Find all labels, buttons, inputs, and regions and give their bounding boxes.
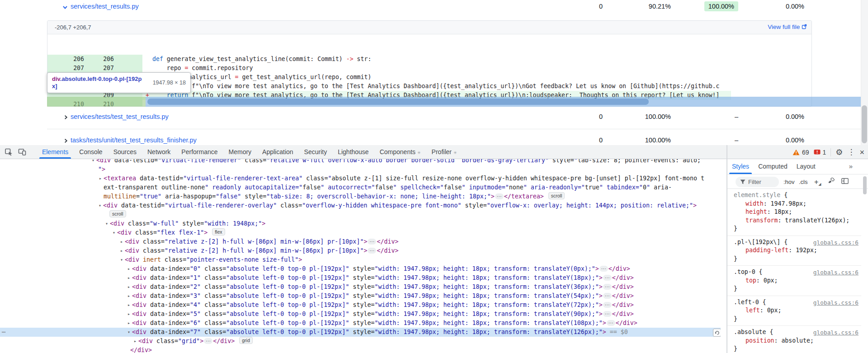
collapse-arrow-icon[interactable]: ▾ bbox=[119, 255, 124, 264]
tree-node[interactable]: ▸<div data-index="4" class="absolute lef… bbox=[0, 301, 721, 310]
settings-gear-icon[interactable]: ⚙ bbox=[835, 148, 843, 156]
tree-node[interactable]: ▾<div class="flex flex-1"> flex bbox=[0, 228, 721, 237]
collapsed-children-ellipsis[interactable]: ⋯ bbox=[204, 338, 212, 344]
inspect-icon[interactable] bbox=[3, 146, 14, 158]
rendering-brush-icon[interactable] bbox=[828, 177, 835, 187]
devtools-tab-console[interactable]: Console bbox=[74, 145, 108, 159]
expand-arrow-icon[interactable]: ▸ bbox=[119, 246, 124, 255]
stylesheet-source-link[interactable]: globals.css:6 bbox=[813, 239, 859, 247]
collapsed-children-ellipsis[interactable]: ⋯ bbox=[603, 302, 612, 308]
selected-node-more-button[interactable]: ⋯ bbox=[2, 328, 5, 337]
expand-arrow-icon[interactable]: ▸ bbox=[119, 237, 124, 246]
tree-node[interactable]: ▸<div data-index="6" class="absolute lef… bbox=[0, 319, 721, 328]
stylesheet-source-link[interactable]: globals.css:6 bbox=[813, 268, 859, 277]
devtools-tab-lighthouse[interactable]: Lighthouse bbox=[332, 145, 374, 159]
collapse-arrow-icon[interactable]: ▾ bbox=[90, 159, 96, 165]
tree-node[interactable]: ▸<div data-index="3" class="absolute lef… bbox=[0, 292, 721, 301]
tree-node[interactable]: ▾<div class="w-full" style="width: 1948p… bbox=[0, 219, 721, 228]
collapsed-children-ellipsis[interactable]: ⋯ bbox=[368, 248, 376, 254]
expand-arrow-icon[interactable]: ▸ bbox=[126, 273, 132, 282]
tree-node-selected[interactable]: ▾<div data-index="7" class="absolute lef… bbox=[0, 328, 721, 337]
tree-node[interactable]: ▸<div class="grid">⋯</div> grid bbox=[0, 337, 721, 346]
chevron-down-icon[interactable] bbox=[62, 4, 68, 10]
css-rule[interactable]: .top-0 {globals.css:6top: 0px;} bbox=[727, 266, 861, 296]
expand-arrow-icon[interactable]: ▸ bbox=[126, 310, 132, 319]
tree-node[interactable]: multiline="true" aria-haspopup="false" s… bbox=[0, 192, 721, 201]
styles-scrollbar-thumb[interactable] bbox=[863, 176, 867, 194]
tree-node[interactable]: ▸<div class="relative z-[2] h-full w-[86… bbox=[0, 246, 721, 255]
tree-node[interactable]: ext-transparent outline-none" readonly a… bbox=[0, 183, 721, 192]
collapsed-children-ellipsis[interactable]: ⋯ bbox=[368, 239, 376, 245]
devtools-tab-performance[interactable]: Performance bbox=[176, 145, 223, 159]
css-rule[interactable]: .left-0 {globals.css:6left: 0px;} bbox=[727, 296, 861, 326]
new-style-rule-button[interactable]: +◢ bbox=[814, 177, 821, 189]
hover-state-button[interactable]: :hov bbox=[783, 177, 795, 187]
css-rule[interactable]: .absolute {globals.css:6position: absolu… bbox=[727, 326, 861, 353]
class-toggle-button[interactable]: .cls bbox=[799, 177, 808, 187]
tree-node[interactable]: ▸<div data-index="0" class="absolute lef… bbox=[0, 264, 721, 273]
collapsed-children-ellipsis[interactable]: ⋯ bbox=[603, 293, 612, 299]
collapsed-children-ellipsis[interactable]: ⋯ bbox=[603, 311, 612, 317]
devtools-tab-elements[interactable]: Elements bbox=[37, 145, 74, 159]
css-rule[interactable]: element.style {width: 1947.98px;height: … bbox=[727, 189, 861, 236]
tree-node[interactable]: "> bbox=[0, 165, 721, 174]
expand-arrow-icon[interactable]: ▸ bbox=[126, 264, 132, 273]
expand-arrow-icon[interactable]: ▸ bbox=[126, 292, 132, 301]
collapsed-children-ellipsis[interactable]: ⋯ bbox=[599, 266, 608, 272]
tree-node[interactable]: ▸<div data-index="2" class="absolute lef… bbox=[0, 282, 721, 292]
scroll-badge[interactable]: scroll bbox=[548, 192, 565, 199]
chevron-right-icon[interactable] bbox=[63, 114, 69, 120]
horizontal-scrollbar-thumb[interactable] bbox=[147, 99, 649, 105]
devtools-tab-sources[interactable]: Sources bbox=[108, 145, 142, 159]
collapse-arrow-icon[interactable]: ▾ bbox=[104, 219, 109, 228]
tree-node[interactable]: ▾<div data-testid="virtual-file-renderer… bbox=[0, 159, 721, 165]
chevron-right-icon[interactable] bbox=[63, 138, 69, 144]
devtools-tab-profiler[interactable]: Profiler✳ bbox=[426, 145, 462, 159]
tree-node[interactable]: ▾<div inert class="pointer-events-none s… bbox=[0, 255, 721, 264]
view-full-file-link[interactable]: View full file bbox=[768, 24, 807, 30]
collapsed-children-ellipsis[interactable]: ⋯ bbox=[607, 320, 615, 326]
expand-arrow-icon[interactable]: ▸ bbox=[126, 282, 132, 292]
issues-button[interactable]: 1 bbox=[814, 149, 826, 156]
collapsed-children-ellipsis[interactable]: ⋯ bbox=[495, 193, 504, 199]
expand-arrow-icon[interactable]: ▸ bbox=[132, 337, 138, 346]
close-icon[interactable]: × bbox=[859, 148, 864, 156]
console-warnings-button[interactable]: 69 bbox=[793, 149, 809, 156]
scroll-badge[interactable]: scroll bbox=[109, 210, 126, 217]
page-scrollbar-thumb[interactable] bbox=[862, 105, 867, 143]
devtools-tab-memory[interactable]: Memory bbox=[223, 145, 257, 159]
tree-node[interactable]: </div> bbox=[0, 346, 721, 353]
sidebar-tab-computed[interactable]: Computed bbox=[754, 159, 792, 174]
tree-node[interactable]: ▸<div class="relative z-[2] h-full w-[86… bbox=[0, 237, 721, 246]
more-tabs-icon[interactable]: » bbox=[849, 162, 853, 170]
file-row-link-1[interactable]: services/tests/test_test_results.py bbox=[71, 113, 169, 120]
file-row-link-2[interactable]: tasks/tests/unit/test_test_results_finis… bbox=[71, 136, 197, 144]
tree-node[interactable]: ▸<textarea data-testid="virtual-file-ren… bbox=[0, 174, 721, 183]
tree-node[interactable]: ▸<div data-index="5" class="absolute lef… bbox=[0, 310, 721, 319]
tree-node[interactable]: ▸<div data-index="1" class="absolute lef… bbox=[0, 273, 721, 282]
sidebar-panel-icon[interactable] bbox=[841, 177, 849, 187]
devtools-tab-components[interactable]: Components✳ bbox=[374, 145, 426, 159]
css-rule[interactable]: .pl-\[192px\] {globals.css:6padding-left… bbox=[727, 236, 861, 266]
sidebar-tab-styles[interactable]: Styles bbox=[727, 159, 754, 174]
collapse-arrow-icon[interactable]: ▾ bbox=[111, 228, 117, 237]
stylesheet-source-link[interactable]: globals.css:6 bbox=[813, 329, 859, 337]
collapse-arrow-icon[interactable]: ▾ bbox=[97, 201, 103, 210]
devtools-tab-security[interactable]: Security bbox=[299, 145, 333, 159]
grid-badge[interactable]: grid bbox=[239, 337, 253, 344]
collapsed-children-ellipsis[interactable]: ⋯ bbox=[603, 284, 612, 290]
stylesheet-source-link[interactable]: globals.css:6 bbox=[813, 299, 859, 307]
collapse-arrow-icon[interactable]: ▾ bbox=[126, 328, 132, 337]
expand-arrow-icon[interactable]: ▸ bbox=[98, 174, 103, 183]
tree-node[interactable]: ▾<div data-testid="virtual-file-renderer… bbox=[0, 201, 721, 210]
device-toolbar-icon[interactable] bbox=[16, 146, 28, 158]
flex-badge[interactable]: flex bbox=[212, 228, 225, 235]
devtools-tab-application[interactable]: Application bbox=[257, 145, 299, 159]
expand-arrow-icon[interactable]: ▸ bbox=[126, 301, 132, 310]
expand-arrow-icon[interactable]: ▸ bbox=[126, 319, 132, 328]
sidebar-tab-layout[interactable]: Layout bbox=[792, 159, 820, 174]
file-row-link-0[interactable]: services/test_results.py bbox=[71, 3, 139, 10]
more-vertical-icon[interactable]: ⋮ bbox=[847, 148, 855, 156]
collapsed-children-ellipsis[interactable]: ⋯ bbox=[603, 275, 612, 281]
devtools-tab-network[interactable]: Network bbox=[142, 145, 176, 159]
